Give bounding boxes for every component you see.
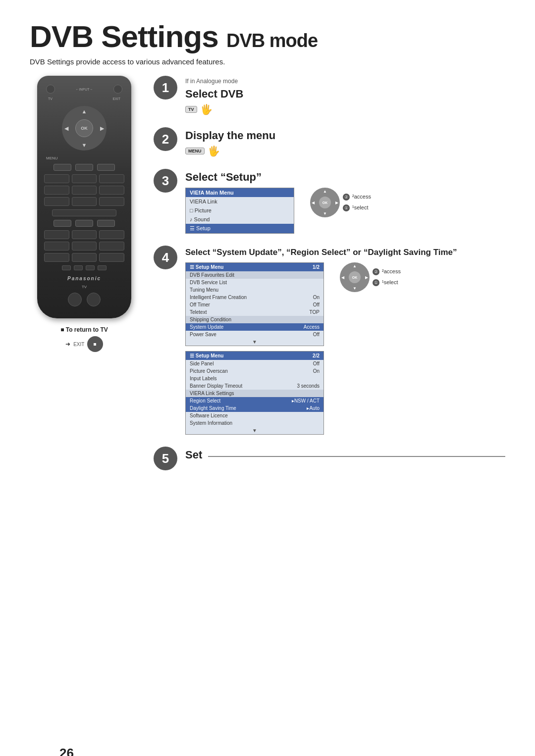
remote-column: ←INPUT→ TV EXIT ▲ ▼ ◀ ▶ OK bbox=[30, 76, 139, 482]
setup-menu-1-page: 1/2 bbox=[313, 264, 320, 270]
remote-num-c bbox=[99, 230, 124, 239]
setup-row-b4-label: Banner Display Timeout bbox=[190, 383, 242, 389]
step-5-row: Set bbox=[185, 449, 505, 464]
remote-num-6 bbox=[99, 186, 124, 195]
setup-row-6-label: Teletext bbox=[190, 309, 207, 315]
setup-row-b4-val: 3 seconds bbox=[297, 383, 320, 389]
step-4: 4 Select “System Update”, “Region Select… bbox=[154, 246, 505, 435]
setup-row-b2-label: Picture Overscan bbox=[190, 368, 228, 374]
setup-row-b8-label: Software Licence bbox=[190, 413, 228, 418]
remote-num-9 bbox=[99, 197, 124, 206]
setup-menu-1: ☰ Setup Menu 1/2 DVB Favourites Edit DVB… bbox=[185, 262, 324, 346]
nav4-ok: OK bbox=[349, 271, 361, 283]
setup-row-b7: Daylight Saving Time ▸Auto bbox=[186, 404, 323, 412]
title-suffix: DVB mode bbox=[226, 30, 318, 51]
step-5-number: 5 bbox=[154, 447, 177, 470]
setup-row-1: DVB Favourites Edit bbox=[186, 271, 323, 279]
exit-arrow: ➜ bbox=[65, 341, 70, 348]
access-num-icon-4: ② bbox=[373, 268, 379, 275]
nav3-up: ▲ bbox=[323, 189, 327, 194]
remote-media-btns bbox=[44, 265, 124, 270]
setup-row-8-val: Access bbox=[304, 324, 320, 330]
setup-menu-1-title: ☰ Setup Menu bbox=[190, 264, 223, 270]
remote-media-btn-4 bbox=[98, 265, 107, 270]
menu-3-item-3: ♪ Sound bbox=[186, 215, 294, 224]
nav4-down: ▼ bbox=[353, 286, 357, 291]
dpad-up-arrow: ▲ bbox=[82, 108, 87, 114]
setup-menu-2: ☰ Setup Menu 2/2 Side Panel Off Picture … bbox=[185, 351, 324, 435]
menu-3-item-2-label: □ Picture bbox=[190, 207, 212, 213]
remote-btn-row-1 bbox=[44, 164, 124, 171]
menu-3-item-3-label: ♪ Sound bbox=[190, 216, 210, 222]
setup-row-b1: Side Panel Off bbox=[186, 360, 323, 367]
remote-control: ←INPUT→ TV EXIT ▲ ▼ ◀ ▶ OK bbox=[37, 76, 131, 318]
step-4-title: Select “System Update”, “Region Select” … bbox=[185, 248, 505, 257]
dpad-right-arrow: ▶ bbox=[100, 125, 104, 132]
remote-small-btn-1 bbox=[54, 164, 71, 171]
step-3-select-label: ① ¹select bbox=[343, 204, 371, 211]
remote-sm-btn-c bbox=[97, 220, 115, 227]
remote-num-g bbox=[44, 253, 69, 262]
remote-num-7 bbox=[44, 197, 69, 206]
setup-row-b5-label: VIERA Link Settings bbox=[190, 391, 234, 396]
step-4-menus: ☰ Setup Menu 1/2 DVB Favourites Edit DVB… bbox=[185, 262, 324, 435]
nav3-ok: OK bbox=[319, 197, 331, 208]
setup-row-4-label: Intelligent Frame Creation bbox=[190, 295, 247, 300]
step-1: 1 If in Analogue mode Select DVB TV 🖐 bbox=[154, 76, 505, 115]
menu-3-item-1: VIERA Link bbox=[186, 197, 294, 206]
remote-small-btn-2 bbox=[75, 164, 93, 171]
step-3: 3 Select “Setup” VIEfA Main Menu VIERA L… bbox=[154, 169, 505, 234]
setup-row-b1-label: Side Panel bbox=[190, 361, 214, 366]
setup-row-3-label: Tuning Menu bbox=[190, 287, 218, 293]
exit-icon: ⏹ bbox=[93, 342, 97, 347]
remote-circle-btn-1 bbox=[68, 293, 82, 306]
setup-row-5: Off Timer Off bbox=[186, 301, 323, 308]
remote-num-2 bbox=[72, 174, 97, 183]
remote-small-btn-3 bbox=[97, 164, 115, 171]
remote-numpad-2 bbox=[44, 230, 124, 262]
menu-3-item-4: ☰ Setup bbox=[186, 224, 294, 233]
remote-top-btn-left bbox=[46, 85, 55, 94]
remote-wide-btn bbox=[52, 209, 116, 216]
remote-num-e bbox=[72, 242, 97, 251]
dpad-down-arrow: ▼ bbox=[82, 142, 87, 148]
set-line bbox=[208, 456, 505, 457]
remote-numpad bbox=[44, 174, 124, 206]
exit-btn-label: EXIT bbox=[73, 342, 84, 347]
step-1-note: If in Analogue mode bbox=[185, 78, 505, 85]
setup-row-1-label: DVB Favourites Edit bbox=[190, 272, 234, 278]
setup-row-b3: Input Labels bbox=[186, 375, 323, 382]
remote-num-f bbox=[99, 242, 124, 251]
menu-3-item-1-label: VIERA Link bbox=[190, 199, 217, 204]
remote-num-4 bbox=[44, 186, 69, 195]
dpad-ok-btn: OK bbox=[75, 119, 93, 137]
remote-exit-label: EXIT bbox=[112, 97, 120, 101]
step-3-nav: ▲ ▼ ◀ ▶ OK ② ²access bbox=[310, 188, 371, 217]
setup-row-3: Tuning Menu bbox=[186, 286, 323, 294]
dpad-left-arrow: ◀ bbox=[64, 125, 68, 132]
remote-num-h bbox=[72, 253, 97, 262]
return-section: ■ To return to TV ➜ EXIT ⏹ bbox=[60, 326, 108, 352]
remote-sm-btn-b bbox=[75, 220, 93, 227]
remote-brand: Panasonic bbox=[67, 276, 101, 281]
exit-btn: ⏹ bbox=[87, 336, 103, 352]
step-5-title: Set bbox=[185, 449, 202, 461]
setup-row-9: Power Save Off bbox=[186, 331, 323, 338]
step-5: 5 Set bbox=[154, 447, 505, 470]
step-4-nav: ▲ ▼ ◀ ▶ OK ② ²access bbox=[340, 262, 401, 292]
remote-tv-label: TV bbox=[48, 97, 53, 101]
setup-row-b1-val: Off bbox=[313, 361, 320, 366]
remote-top-btn-right bbox=[113, 85, 122, 94]
step-5-content: Set bbox=[185, 447, 505, 464]
select-num-icon-4: ① bbox=[373, 279, 379, 286]
remote-circle-btn-2 bbox=[87, 293, 101, 306]
nav4-up: ▲ bbox=[353, 264, 357, 268]
setup-menu-1-header: ☰ Setup Menu 1/2 bbox=[186, 263, 323, 271]
setup-row-b2: Picture Overscan On bbox=[186, 367, 323, 375]
title-text: DVB Settings bbox=[30, 19, 218, 53]
menu-button: MENU bbox=[185, 148, 205, 154]
setup-row-6-val: TOP bbox=[310, 309, 320, 315]
page-number: 26 bbox=[59, 746, 74, 756]
nav3-right: ▶ bbox=[335, 201, 338, 205]
hand-icon-2: 🖐 bbox=[208, 145, 220, 157]
